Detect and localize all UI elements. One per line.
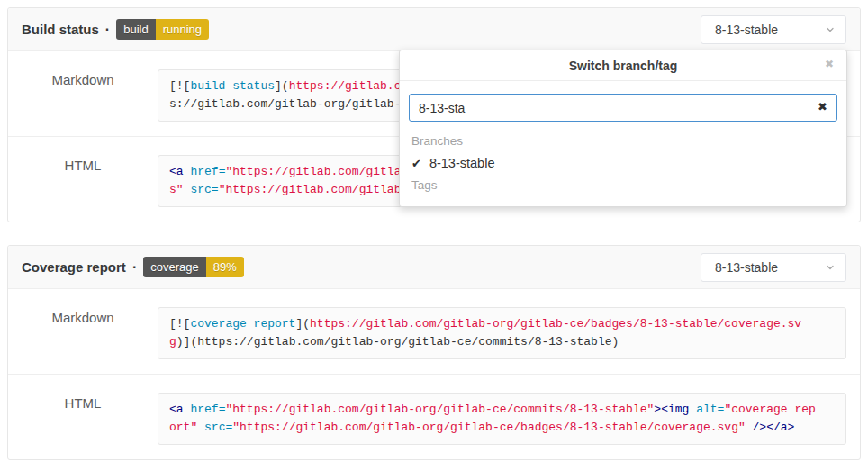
branch-selector-dropdown[interactable]: 8-13-stable xyxy=(701,15,846,44)
clear-search-icon[interactable]: ✖ xyxy=(818,101,827,113)
markdown-code-block: [![coverage report](https://gitlab.com/g… xyxy=(158,307,846,359)
html-row: HTML <a href="https://gitlab.com/gitlab-… xyxy=(8,374,860,459)
badge-value: 89% xyxy=(206,257,244,277)
close-icon[interactable]: ✖ xyxy=(825,59,834,69)
branch-search-input[interactable] xyxy=(409,94,837,122)
branch-item-name: 8-13-stable xyxy=(429,156,495,170)
badge-value: running xyxy=(156,19,209,40)
html-code-block: <a href="https://gitlab.com/gitlab-org/g… xyxy=(158,393,846,445)
branch-selector-value: 8-13-stable xyxy=(715,23,778,37)
coverage-badge: coverage 89% xyxy=(143,257,244,277)
popup-title: Switch branch/tag xyxy=(569,59,678,73)
panel-title: Coverage report xyxy=(22,259,126,275)
build-status-panel-header: Build status · build running 8-13-stable xyxy=(8,8,860,51)
row-label-html: HTML xyxy=(8,155,158,207)
chevron-down-icon xyxy=(825,24,836,35)
branch-item-8-13-stable[interactable]: ✔ 8-13-stable xyxy=(400,151,846,175)
markdown-code: [![coverage report](https://gitlab.com/g… xyxy=(169,315,819,351)
row-label-markdown: Markdown xyxy=(8,69,158,122)
badge-label: coverage xyxy=(143,257,205,277)
title-separator: · xyxy=(105,22,110,38)
title-separator: · xyxy=(132,259,137,276)
branch-selector-value: 8-13-stable xyxy=(715,260,778,275)
tags-section-label: Tags xyxy=(400,175,846,195)
branch-selector-dropdown[interactable]: 8-13-stable xyxy=(701,253,846,282)
coverage-report-panel: Coverage report · coverage 89% 8-13-stab… xyxy=(7,245,861,460)
row-label-markdown: Markdown xyxy=(8,307,158,359)
badge-label: build xyxy=(116,19,155,40)
popup-header: Switch branch/tag ✖ xyxy=(400,50,846,81)
markdown-row: Markdown [![coverage report](https://git… xyxy=(8,289,860,374)
chevron-down-icon xyxy=(825,262,836,273)
branch-list: Branches ✔ 8-13-stable Tags xyxy=(400,122,846,206)
html-code: <a href="https://gitlab.com/gitlab-org/g… xyxy=(169,401,819,437)
coverage-report-panel-header: Coverage report · coverage 89% 8-13-stab… xyxy=(8,246,860,289)
branch-search: ✖ xyxy=(409,94,837,122)
panel-title: Build status xyxy=(22,22,99,37)
check-icon: ✔ xyxy=(411,158,421,169)
switch-branch-popup: Switch branch/tag ✖ ✖ Branches ✔ 8-13-st… xyxy=(399,50,847,207)
branches-section-label: Branches xyxy=(400,131,846,151)
build-status-badge: build running xyxy=(116,19,209,40)
row-label-html: HTML xyxy=(8,393,158,445)
